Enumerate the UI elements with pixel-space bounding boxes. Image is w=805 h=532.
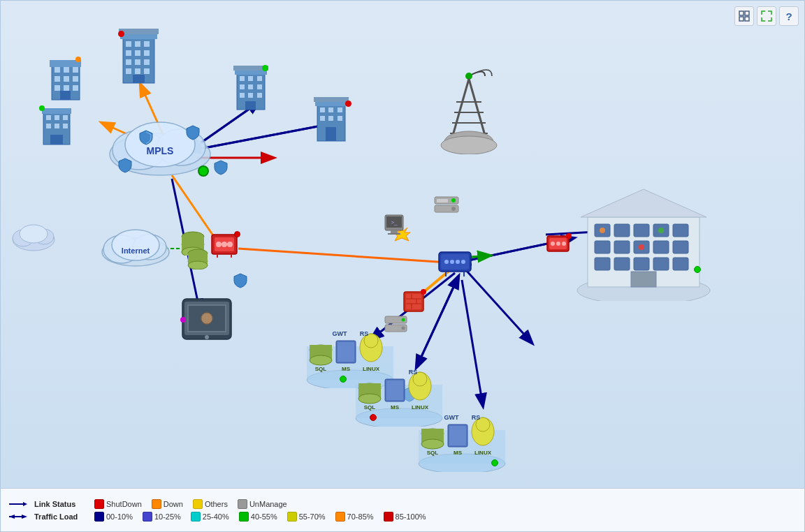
svg-point-118 <box>444 260 449 264</box>
svg-marker-152 <box>581 189 706 217</box>
diagram-area: MPLS Internet <box>1 1 805 489</box>
svg-point-98 <box>112 230 159 260</box>
svg-rect-163 <box>595 258 610 270</box>
traffic-55-70-color <box>287 512 297 522</box>
legend-others: Others <box>193 499 228 509</box>
svg-rect-161 <box>653 241 669 253</box>
terminal-node[interactable]: >_ <box>384 214 405 237</box>
shutdown-label: ShutDown <box>106 500 142 508</box>
svg-rect-57 <box>133 75 145 83</box>
svg-rect-159 <box>614 241 630 253</box>
traffic-70-85-color <box>335 512 345 522</box>
svg-rect-68 <box>248 93 253 98</box>
svg-point-169 <box>600 228 605 233</box>
svg-marker-233 <box>9 515 15 519</box>
cluster2-status <box>370 414 377 421</box>
svg-rect-166 <box>653 258 669 270</box>
svg-rect-61 <box>240 76 245 81</box>
svg-point-108 <box>441 136 497 154</box>
fullscreen-button[interactable] <box>757 6 776 26</box>
svg-rect-45 <box>126 41 131 47</box>
svg-point-113 <box>227 242 233 247</box>
svg-rect-67 <box>240 93 245 98</box>
svg-rect-198 <box>386 380 403 400</box>
down-label: Down <box>164 500 183 508</box>
svg-text:>_: >_ <box>391 219 398 226</box>
svg-rect-62 <box>248 76 253 81</box>
legend-shutdown: ShutDown <box>94 499 142 509</box>
router-node[interactable] <box>210 233 238 260</box>
svg-text:MS: MS <box>342 366 351 372</box>
svg-text:SQL: SQL <box>315 366 327 372</box>
legend: Link Status ShutDown Down Others UnManag… <box>1 488 804 531</box>
svg-point-100 <box>465 73 472 80</box>
traffic-0-10-color <box>94 512 104 522</box>
svg-rect-77 <box>320 116 325 121</box>
building-node-5[interactable] <box>39 104 74 149</box>
svg-rect-32 <box>55 67 60 73</box>
traffic-load-label: Traffic Load <box>34 512 90 521</box>
svg-point-29 <box>20 225 48 243</box>
svg-rect-55 <box>135 68 140 74</box>
cluster1-status <box>340 376 347 383</box>
svg-rect-82 <box>42 108 71 114</box>
svg-rect-75 <box>328 108 333 112</box>
svg-rect-83 <box>46 115 51 120</box>
shield-icon-3 <box>214 160 228 178</box>
firewall-node[interactable] <box>402 290 425 316</box>
svg-rect-44 <box>119 29 159 34</box>
building-node-3[interactable] <box>231 64 270 114</box>
svg-point-174 <box>551 242 555 246</box>
office-building-node[interactable] <box>574 175 713 304</box>
help-button[interactable]: ? <box>779 6 799 26</box>
svg-rect-219 <box>406 294 421 309</box>
others-label: Others <box>205 500 228 508</box>
svg-rect-73 <box>314 97 349 102</box>
status-indicator <box>75 57 81 62</box>
svg-point-227 <box>402 318 405 322</box>
building-node-2[interactable] <box>116 29 161 87</box>
storage-node[interactable] <box>433 195 460 222</box>
traffic-25-40-color <box>191 512 201 522</box>
internet-cloud[interactable]: Internet <box>97 223 174 271</box>
svg-rect-65 <box>248 84 253 89</box>
switch-node[interactable] <box>546 235 570 257</box>
svg-line-21 <box>465 269 532 343</box>
svg-point-121 <box>461 260 465 264</box>
svg-rect-70 <box>245 101 256 110</box>
server-cluster-3[interactable]: SQL MS LINUX RS GWT <box>413 395 511 475</box>
zoom-fit-button[interactable] <box>734 6 754 26</box>
mpls-status <box>198 165 209 177</box>
building-node-1[interactable] <box>46 53 85 105</box>
traffic-10-25-label: 10-25% <box>154 512 181 521</box>
svg-point-132 <box>205 335 209 339</box>
traffic-70-85-label: 70-85% <box>347 512 374 521</box>
server-stack-node[interactable] <box>186 249 210 272</box>
traffic-85-100-label: 85-100% <box>396 512 426 521</box>
svg-text:RS: RS <box>472 414 481 421</box>
svg-rect-46 <box>135 41 140 47</box>
link-status-label: Link Status <box>34 500 90 508</box>
svg-rect-154 <box>614 224 630 237</box>
svg-rect-53 <box>144 59 150 65</box>
building-node-4[interactable] <box>312 95 350 145</box>
down-color <box>152 499 161 509</box>
tablet-node[interactable] <box>179 297 235 346</box>
svg-rect-88 <box>63 124 68 128</box>
svg-rect-168 <box>631 272 656 287</box>
svg-rect-51 <box>126 59 131 65</box>
traffic-85-100-color <box>384 512 393 522</box>
svg-rect-80 <box>326 127 336 141</box>
shield-icon-2 <box>118 158 132 176</box>
svg-rect-89 <box>50 135 63 145</box>
toolbar: ? <box>734 6 799 26</box>
others-color <box>193 499 203 509</box>
status-indicator-red <box>118 31 124 37</box>
svg-point-228 <box>402 327 405 330</box>
tower-node[interactable] <box>430 64 507 157</box>
svg-text:SQL: SQL <box>427 450 439 456</box>
hub-node[interactable] <box>437 249 472 279</box>
svg-rect-66 <box>257 84 262 89</box>
status-indicator-red2 <box>345 101 351 107</box>
small-server-node[interactable] <box>384 315 408 340</box>
